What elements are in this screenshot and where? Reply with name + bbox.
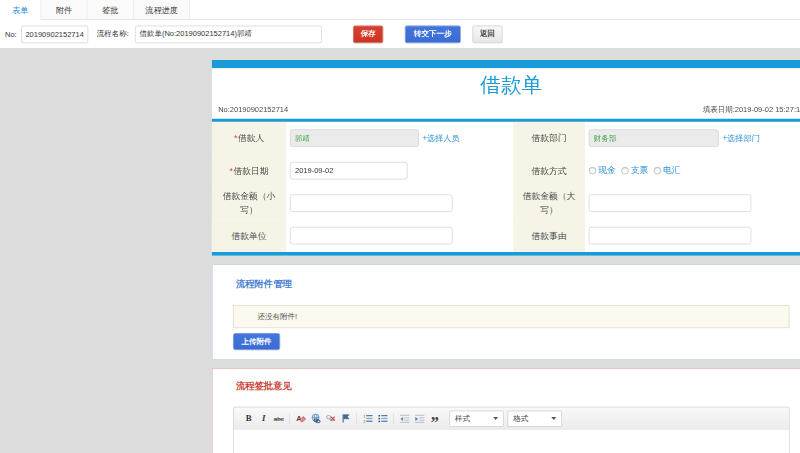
radio-cash[interactable]: 现金: [589, 165, 616, 176]
loan-unit-field-cell: [286, 219, 513, 252]
form-no-text: No:20190902152714: [218, 105, 288, 114]
form-title: 借款单: [212, 68, 800, 100]
department-label: 借款部门: [513, 122, 585, 155]
bulleted-list-icon[interactable]: [375, 411, 390, 426]
loan-method-radio-group: 现金 支票 电汇: [589, 165, 687, 176]
borrower-input[interactable]: [290, 129, 419, 147]
tab-form[interactable]: 表单: [0, 0, 41, 20]
attachment-section: 流程附件管理 还没有附件! 上传附件: [212, 264, 800, 360]
forward-next-step-button[interactable]: 转交下一步: [405, 25, 461, 43]
pick-person-link[interactable]: +选择人员: [423, 133, 460, 144]
borrower-field-cell: +选择人员: [286, 122, 513, 155]
loan-reason-field-cell: [585, 219, 800, 252]
numbered-list-icon[interactable]: 1 2: [360, 411, 375, 426]
approval-section: 流程签批意见 B I abc A: [212, 368, 800, 453]
department-field-cell: +选择部门: [585, 122, 800, 155]
top-toolbar: No: 流程名称: 保存 转交下一步 返回: [0, 20, 800, 49]
tab-approval[interactable]: 签批: [88, 0, 134, 19]
link-icon[interactable]: [308, 411, 323, 426]
toolbar-separator: [393, 413, 394, 424]
unlink-icon[interactable]: [323, 411, 338, 426]
chevron-down-icon: [493, 417, 498, 420]
radio-circle-icon[interactable]: [654, 167, 662, 175]
loan-date-label: *借款日期: [212, 154, 286, 187]
flow-name-input[interactable]: [135, 25, 322, 43]
form-meta-row: No:20190902152714 填表日期:2019-09-02 15:27:…: [212, 100, 800, 119]
attachment-heading: 流程附件管理: [233, 278, 789, 290]
amount-small-input[interactable]: [290, 194, 453, 212]
rich-text-editor: B I abc A: [233, 407, 789, 453]
loan-method-field-cell: 现金 支票 电汇: [585, 154, 800, 187]
required-asterisk: *: [234, 133, 237, 143]
required-asterisk: *: [230, 166, 233, 176]
strikethrough-icon[interactable]: abc: [271, 411, 286, 426]
amount-small-field-cell: [286, 187, 513, 220]
content-area: 借款单 No:20190902152714 填表日期:2019-09-02 15…: [0, 49, 800, 453]
amount-small-label: 借款金额（小写）: [212, 187, 286, 220]
form-table: *借款人 +选择人员 借款部门 +选择部门 *借款日期 借款: [212, 119, 800, 252]
page: 表单 附件 签批 流程进度 No: 流程名称: 保存 转交下一步 返回 借款单 …: [0, 0, 800, 453]
loan-form-box: 借款单 No:20190902152714 填表日期:2019-09-02 15…: [212, 60, 800, 256]
toolbar-separator: [356, 413, 357, 424]
loan-date-input[interactable]: [290, 162, 408, 180]
no-label: No:: [5, 30, 17, 39]
tab-attachment[interactable]: 附件: [41, 0, 87, 19]
format-combo[interactable]: 格式: [508, 410, 562, 426]
no-attachment-banner: 还没有附件!: [233, 305, 789, 328]
department-input[interactable]: [589, 129, 719, 147]
editor-toolbar: B I abc A: [234, 408, 789, 431]
flow-name-label: 流程名称:: [97, 29, 129, 40]
back-button[interactable]: 返回: [473, 25, 503, 43]
bold-icon[interactable]: B: [241, 411, 256, 426]
styles-combo[interactable]: 样式: [449, 410, 503, 426]
loan-unit-label: 借款单位: [212, 219, 286, 252]
form-top-bar: [212, 60, 800, 68]
editor-content-area[interactable]: [234, 430, 789, 453]
radio-cheque[interactable]: 支票: [621, 165, 648, 176]
amount-big-input[interactable]: [589, 194, 752, 212]
form-panel: 借款单 No:20190902152714 填表日期:2019-09-02 15…: [212, 60, 800, 453]
pick-department-link[interactable]: +选择部门: [723, 133, 760, 144]
radio-circle-icon[interactable]: [621, 167, 629, 175]
blockquote-icon[interactable]: ”: [427, 411, 442, 426]
anchor-flag-icon[interactable]: [338, 411, 353, 426]
toolbar-separator: [289, 413, 290, 424]
loan-method-label: 借款方式: [513, 154, 585, 187]
loan-reason-label: 借款事由: [513, 219, 585, 252]
no-input[interactable]: [21, 25, 88, 43]
approval-heading: 流程签批意见: [233, 381, 789, 393]
tab-progress[interactable]: 流程进度: [134, 0, 190, 19]
upload-attachment-button[interactable]: 上传附件: [233, 333, 280, 350]
remove-format-icon[interactable]: A: [293, 411, 308, 426]
italic-icon[interactable]: I: [256, 411, 271, 426]
form-date-text: 填表日期:2019-09-02 15:27:14: [703, 104, 800, 115]
amount-big-field-cell: [585, 187, 800, 220]
save-button[interactable]: 保存: [353, 25, 383, 43]
tab-bar: 表单 附件 签批 流程进度: [0, 0, 800, 20]
radio-circle-icon[interactable]: [589, 167, 597, 175]
outdent-icon[interactable]: [397, 411, 412, 426]
loan-unit-input[interactable]: [290, 227, 453, 245]
amount-big-label: 借款金额（大写）: [513, 187, 585, 220]
chevron-down-icon: [551, 417, 556, 420]
indent-icon[interactable]: [412, 411, 427, 426]
loan-reason-input[interactable]: [589, 227, 752, 245]
loan-date-field-cell: [286, 154, 513, 187]
borrower-label: *借款人: [212, 122, 286, 155]
svg-text:2: 2: [363, 419, 366, 424]
radio-wire[interactable]: 电汇: [654, 165, 681, 176]
